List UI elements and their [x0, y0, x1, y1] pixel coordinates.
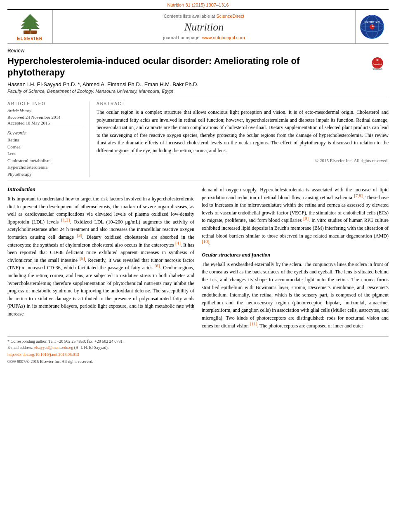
svg-text:CrossMark: CrossMark — [372, 63, 382, 65]
keyword-lens: Lens — [7, 150, 83, 157]
article-type-label: Review — [7, 48, 389, 54]
sciencedirect-link[interactable]: ScienceDirect — [216, 14, 244, 19]
footer-links: http://dx.doi.org/10.1016/j.nut.2015.05.… — [0, 351, 396, 358]
footer-issn: 0899-9007/© 2015 Elsevier Inc. All right… — [0, 358, 396, 365]
footnote-email-link[interactable]: elsayyad@mans.edu.eg — [34, 345, 73, 350]
sciencedirect-label: Contents lists available at ScienceDirec… — [164, 14, 245, 19]
copyright-notice: © 2015 Elsevier Inc. All rights reserved… — [97, 158, 389, 163]
article-info-abstract-section: ARTICLE INFO Article history: Received 2… — [7, 98, 389, 181]
article-body: Review Hypercholesterolemia-induced ocul… — [0, 48, 396, 332]
article-info-col: ARTICLE INFO Article history: Received 2… — [7, 101, 90, 177]
journal-homepage: journal homepage: www.nutritionjrnl.com — [163, 35, 245, 40]
nutrition-logo: NUTRITION — [356, 10, 389, 43]
intro-paragraph-1: It is important to understand how to tar… — [7, 195, 194, 318]
crossmark-icon: ✕ CrossMark CrossMark — [370, 57, 385, 73]
authors: Hassan I.H. El-Sayyad Ph.D. *, Ahmed A. … — [7, 81, 389, 87]
main-content: Introduction It is important to understa… — [7, 186, 389, 332]
svg-text:CrossMark: CrossMark — [372, 68, 382, 70]
journal-center-info: Contents lists available at ScienceDirec… — [53, 10, 356, 43]
ocular-paragraph: The eyeball is ensheathed externally by … — [202, 261, 389, 330]
journal-reference: Nutrition 31 (2015) 1307–1316 — [0, 0, 396, 9]
ref-7-8: [7,8] — [354, 193, 363, 198]
crossmark-badge[interactable]: ✕ CrossMark CrossMark — [366, 55, 389, 74]
elsevier-tree-icon — [18, 12, 42, 35]
abstract-label: ABSTRACT — [97, 101, 389, 106]
journal-ref-text: Nutrition 31 (2015) 1307–1316 — [167, 2, 229, 7]
keyword-hypercholesterolemia: Hypercholesterolemia — [7, 164, 83, 171]
journal-title: Nutrition — [184, 21, 224, 33]
ref-9: [9] — [303, 216, 309, 221]
ref-10: [10] — [202, 239, 209, 244]
ref-1-2: [1,2] — [61, 217, 70, 222]
keyword-cholesterol: Cholesterol metabolism — [7, 157, 83, 164]
ref-3: [3] — [77, 233, 82, 238]
doi-link[interactable]: http://dx.doi.org/10.1016/j.nut.2015.05.… — [7, 352, 79, 357]
nutrition-globe-icon: NUTRITION — [360, 15, 384, 39]
journal-header: ELSEVIER Contents lists available at Sci… — [7, 10, 389, 44]
keyword-cornea: Cornea — [7, 144, 83, 151]
article-history-label: Article history: — [7, 108, 83, 113]
info-divider — [7, 128, 83, 128]
svg-text:✕: ✕ — [376, 58, 379, 62]
page: Nutrition 31 (2015) 1307–1316 ELSEVIER — [0, 0, 396, 365]
elsevier-logo: ELSEVIER — [7, 10, 53, 43]
svg-text:NUTRITION: NUTRITION — [364, 21, 380, 23]
article-info-label: ARTICLE INFO — [7, 101, 83, 106]
ref-4: [4] — [175, 240, 181, 245]
ref-11: [11] — [250, 321, 257, 326]
accepted-date: Accepted 10 May 2015 — [7, 120, 83, 125]
footer-divider — [7, 336, 389, 337]
abstract-text: The ocular region is a complex structure… — [97, 108, 389, 155]
abstract-col: ABSTRACT The ocular region is a complex … — [90, 101, 389, 177]
elsevier-brand-text: ELSEVIER — [17, 36, 42, 41]
footnote-email: E-mail address: elsayyad@mans.edu.eg (H.… — [0, 344, 396, 351]
ocular-section-heading: Ocular structures and function — [202, 252, 389, 258]
keywords-label: Keywords: — [7, 131, 83, 135]
main-col-left: Introduction It is important to understa… — [7, 186, 194, 332]
keyword-phytotherapy: Phytotherapy — [7, 171, 83, 178]
received-date: Received 24 November 2014 — [7, 115, 83, 120]
footnote-corresponding: * Corresponding author. Tel.: +20 502 25… — [0, 338, 396, 344]
introduction-heading: Introduction — [7, 186, 194, 193]
intro-continuation: demand of oxygen supply. Hypercholestero… — [202, 186, 389, 247]
main-col-right: demand of oxygen supply. Hypercholestero… — [202, 186, 389, 332]
journal-homepage-link[interactable]: www.nutritionjrnl.com — [202, 35, 245, 40]
nutrition-circle-icon: NUTRITION — [360, 15, 384, 39]
keyword-retina: Retina — [7, 137, 83, 144]
article-title: Hypercholesterolemia-induced ocular diso… — [7, 55, 389, 78]
ref-5: [5] — [80, 256, 85, 261]
affiliation: Faculty of Science, Department of Zoolog… — [7, 89, 389, 94]
ref-6: [6] — [154, 263, 160, 268]
